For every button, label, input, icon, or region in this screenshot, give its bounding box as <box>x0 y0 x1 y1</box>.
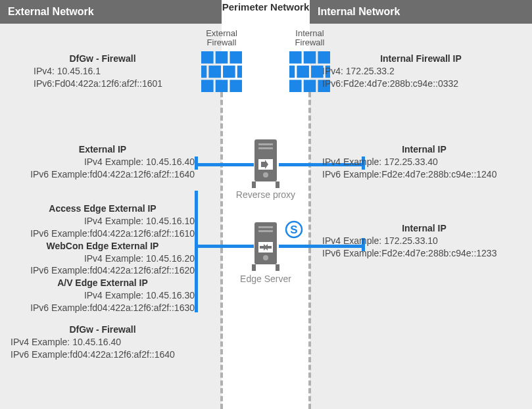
internal-firewall-block: Internal Firewall IP IPv4: 172.25.33.2 I… <box>322 53 520 90</box>
edge-server-caption: Edge Server <box>222 274 310 284</box>
title: Internal IP <box>322 222 526 235</box>
connector-line <box>195 163 254 166</box>
webcon-ipv4: IPv4 Example: 10.45.16.20 <box>11 253 195 265</box>
ipv4: IPv4: 10.45.16.1 <box>34 65 195 78</box>
svg-text:S: S <box>290 224 297 236</box>
dfgw-bottom-block: DfGw - Firewall IPv4 Example: 10.45.16.4… <box>11 324 195 361</box>
svg-rect-2 <box>230 51 242 64</box>
ipv6: IPv6 Example:Fd2e:4d7e:288b:c94e::1233 <box>322 247 526 260</box>
server-icon <box>252 222 279 272</box>
svg-rect-3 <box>201 66 206 78</box>
ipv6: IPv6 Example:fd04:422a:12f6:af2f::1640 <box>11 168 195 181</box>
svg-rect-28 <box>258 226 273 228</box>
ipv6: IPv6:Fd2e:4d7e:288b:c94e::0332 <box>322 78 520 90</box>
svg-rect-14 <box>297 66 309 78</box>
title: External IP <box>11 143 195 156</box>
perimeter-header: Perimeter Network <box>222 0 310 29</box>
title: DfGw - Firewall <box>11 324 195 336</box>
ipv6: IPv6 Example:Fd2e:4d7e:288b:c94e::1240 <box>322 168 526 181</box>
internal-firewall-label: Internal Firewall <box>287 29 333 48</box>
title: Internal IP <box>322 143 526 156</box>
connector-tick <box>195 156 198 170</box>
title: DfGw - Firewall <box>11 53 195 65</box>
av-ipv6: IPv6 Example:fd04:422a:12f6:af2f::1630 <box>11 302 195 314</box>
svg-rect-29 <box>258 230 273 232</box>
internal-ip-rp-block: Internal IP IPv4 Example: 172.25.33.40 I… <box>322 143 526 181</box>
ipv4: IPv4: 172.25.33.2 <box>322 65 520 78</box>
svg-rect-11 <box>304 51 316 64</box>
webcon-ipv6: IPv6 Example:fd04:422a:12f6:af2f::1620 <box>11 264 195 277</box>
title: Internal Firewall IP <box>322 53 520 65</box>
internal-ip-es-block: Internal IP IPv4 Example: 172.25.33.10 I… <box>322 222 526 260</box>
svg-rect-5 <box>223 66 235 78</box>
webcon-title: WebCon Edge External IP <box>11 240 195 253</box>
svg-rect-1 <box>216 51 228 64</box>
svg-rect-15 <box>311 66 324 78</box>
svg-rect-18 <box>304 80 316 92</box>
av-ipv4: IPv4 Example: 10.45.16.30 <box>11 289 195 302</box>
perimeter-boundary-left <box>220 92 223 409</box>
connector-line <box>195 245 254 248</box>
external-header: External Network <box>0 0 222 24</box>
svg-rect-10 <box>289 51 302 64</box>
ipv4: IPv4 Example: 10.45.16.40 <box>11 336 195 349</box>
edge-external-block: Access Edge External IP IPv4 Example: 10… <box>11 203 195 314</box>
svg-rect-4 <box>208 66 221 78</box>
svg-rect-33 <box>276 264 279 271</box>
reverse-proxy-caption: Reverse proxy <box>222 189 310 200</box>
svg-rect-7 <box>201 80 214 92</box>
connector-bracket <box>195 191 198 312</box>
ipv6: IPv6:Fd04:422a:12f6:af2f::1601 <box>34 78 195 90</box>
ipv4: IPv4 Example: 172.25.33.40 <box>322 156 526 168</box>
external-ip-block: External IP IPv4 Example: 10.45.16.40 IP… <box>11 143 195 181</box>
svg-point-23 <box>263 172 268 178</box>
ipv4: IPv4 Example: 172.25.33.10 <box>322 235 526 247</box>
firewall-icon <box>201 51 242 92</box>
av-title: A/V Edge External IP <box>11 277 195 289</box>
access-title: Access Edge External IP <box>11 203 195 215</box>
svg-rect-22 <box>258 147 273 149</box>
svg-rect-9 <box>230 80 242 92</box>
ipv4: IPv4 Example: 10.45.16.40 <box>11 156 195 168</box>
access-ipv6: IPv6 Example:fd04:422a:12f6:af2f::1610 <box>11 228 195 240</box>
internal-header: Internal Network <box>310 0 532 24</box>
svg-rect-6 <box>237 66 242 78</box>
svg-rect-25 <box>252 181 256 188</box>
dfgw-top-block: DfGw - Firewall IPv4: 10.45.16.1 IPv6:Fd… <box>11 53 195 90</box>
external-firewall-label: External Firewall <box>199 29 245 48</box>
skype-icon: S <box>284 220 304 239</box>
svg-rect-8 <box>216 80 228 92</box>
svg-rect-0 <box>201 51 214 64</box>
svg-rect-21 <box>258 143 273 145</box>
svg-rect-32 <box>252 264 256 271</box>
ipv6: IPv6 Example:fd04:422a:12f6:af2f::1640 <box>11 349 195 361</box>
access-ipv4: IPv4 Example: 10.45.16.10 <box>11 215 195 228</box>
server-icon <box>252 139 279 189</box>
perimeter-boundary-right <box>308 92 311 409</box>
svg-rect-26 <box>276 181 279 188</box>
svg-rect-13 <box>289 66 295 78</box>
svg-rect-17 <box>289 80 302 92</box>
svg-point-30 <box>263 255 268 260</box>
